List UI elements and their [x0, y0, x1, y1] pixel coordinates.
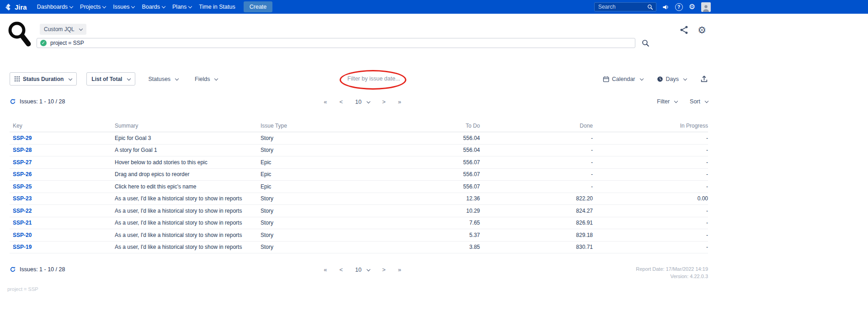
cell-in-progress: -: [593, 208, 708, 214]
nav-item-plans[interactable]: Plans: [169, 4, 195, 10]
user-avatar[interactable]: [701, 2, 711, 12]
top-nav: Jira Dashboards Projects Issues Boards P…: [0, 0, 868, 14]
column-header-to-do: To Do: [368, 123, 480, 129]
calendar-dropdown[interactable]: Calendar: [603, 76, 643, 82]
issue-key-link[interactable]: SSP-22: [13, 208, 115, 214]
nav-item-issues[interactable]: Issues: [109, 4, 138, 10]
calendar-label: Calendar: [612, 76, 635, 82]
create-button[interactable]: Create: [244, 1, 273, 12]
chevron-down-icon: [127, 76, 131, 80]
view-type-label: List of Total: [91, 76, 122, 82]
page-settings-gear-icon[interactable]: ⚙: [698, 27, 706, 34]
last-page-button[interactable]: »: [398, 98, 401, 105]
cell-done: -: [480, 171, 593, 177]
page-size-dropdown[interactable]: 10: [355, 267, 370, 273]
help-icon[interactable]: ?: [675, 3, 683, 11]
issues-count: Issues: 1 - 10 / 28: [20, 98, 65, 105]
report-type-dropdown[interactable]: Status Duration: [10, 72, 77, 86]
chevron-down-icon: [705, 99, 708, 103]
cell-to-do: 556.07: [368, 159, 480, 166]
first-page-button[interactable]: «: [324, 98, 327, 105]
cell-issue-type: Epic: [261, 183, 368, 190]
announcement-icon[interactable]: [662, 4, 669, 11]
chevron-down-icon: [175, 76, 179, 80]
table-row: SSP-29Epic for Goal 3Story556.04--: [10, 132, 708, 145]
jql-input[interactable]: ✓ project = SSP: [37, 38, 635, 48]
nav-item-dashboards[interactable]: Dashboards: [33, 4, 76, 10]
share-icon[interactable]: [680, 26, 688, 34]
chevron-down-icon: [162, 5, 165, 8]
refresh-icon[interactable]: [10, 98, 16, 105]
issue-key-link[interactable]: SSP-27: [13, 159, 115, 166]
cell-summary: Hover below to add stories to this epic: [115, 159, 261, 166]
table-row: SSP-20As a user, I'd like a historical s…: [10, 229, 708, 242]
search-icon: [647, 4, 653, 10]
cell-in-progress: -: [593, 135, 708, 141]
nav-item-time-in-status[interactable]: Time in Status: [195, 4, 239, 10]
cell-in-progress: -: [593, 147, 708, 153]
first-page-button[interactable]: «: [324, 266, 327, 273]
cell-in-progress: -: [593, 159, 708, 166]
issue-key-link[interactable]: SSP-20: [13, 232, 115, 238]
last-page-button[interactable]: »: [398, 266, 401, 273]
next-page-button[interactable]: >: [382, 98, 386, 105]
header-actions: ⚙: [680, 26, 706, 34]
report-meta: Report Date: 17/Mar/2022 14:19 Version: …: [636, 265, 708, 280]
page-size-dropdown[interactable]: 10: [355, 99, 370, 105]
issue-key-link[interactable]: SSP-23: [13, 195, 115, 202]
filter-dropdown[interactable]: Filter: [657, 98, 677, 105]
time-unit-label: Days: [666, 76, 679, 82]
prev-page-button[interactable]: <: [339, 98, 343, 105]
next-page-button[interactable]: >: [382, 266, 386, 273]
list-bar-bottom: Issues: 1 - 10 / 28 « < 10 > » Report Da…: [0, 266, 715, 280]
issue-key-link[interactable]: SSP-25: [13, 183, 115, 190]
cell-to-do: 556.04: [368, 147, 480, 153]
time-unit-dropdown[interactable]: Days: [657, 76, 687, 82]
issue-key-link[interactable]: SSP-28: [13, 147, 115, 153]
nav-item-boards[interactable]: Boards: [138, 4, 169, 10]
nav-item-label: Time in Status: [199, 4, 235, 10]
run-search-icon[interactable]: [642, 39, 650, 47]
table-row: SSP-25Click here to edit this epic's nam…: [10, 181, 708, 193]
statuses-label: Statuses: [148, 76, 170, 82]
statuses-dropdown[interactable]: Statuses: [148, 76, 178, 82]
refresh-icon[interactable]: [10, 266, 16, 273]
nav-search[interactable]: [594, 2, 656, 11]
issues-table-body: SSP-29Epic for Goal 3Story556.04--SSP-28…: [10, 132, 708, 253]
cell-issue-type: Story: [261, 147, 368, 153]
prev-page-button[interactable]: <: [339, 266, 343, 273]
issues-count-group-bottom: Issues: 1 - 10 / 28: [10, 266, 65, 273]
clock-icon: [657, 76, 663, 82]
cell-done: -: [480, 183, 593, 190]
cell-in-progress: -: [593, 244, 708, 250]
query-header: Custom JQL ✓ project = SSP ⚙: [0, 14, 715, 60]
jira-logo[interactable]: Jira: [5, 3, 27, 11]
report-version: Version: 4.22.0.3: [636, 273, 708, 280]
cell-in-progress: -: [593, 183, 708, 190]
view-type-dropdown[interactable]: List of Total: [86, 72, 135, 86]
issue-key-link[interactable]: SSP-21: [13, 220, 115, 226]
table-row: SSP-27Hover below to add stories to this…: [10, 156, 708, 169]
issue-key-link[interactable]: SSP-19: [13, 244, 115, 250]
table-row: SSP-19As a user, I'd like a historical s…: [10, 242, 708, 254]
gear-icon[interactable]: ⚙: [689, 3, 695, 11]
issue-date-filter-input[interactable]: Filter by issue date...: [347, 75, 400, 82]
cell-to-do: 5.37: [368, 232, 480, 238]
calendar-icon: [603, 76, 609, 82]
cell-done: 830.71: [480, 244, 593, 250]
filter-label: Filter: [657, 98, 670, 105]
jql-mode-dropdown[interactable]: Custom JQL: [40, 24, 86, 35]
page-size-value: 10: [355, 99, 362, 105]
table-row: SSP-26Drag and drop epics to reorderEpic…: [10, 169, 708, 181]
fields-dropdown[interactable]: Fields: [195, 76, 218, 82]
column-header-in-progress: In Progress: [593, 123, 708, 129]
cell-done: -: [480, 147, 593, 153]
issues-count: Issues: 1 - 10 / 28: [20, 266, 65, 273]
nav-item-projects[interactable]: Projects: [76, 4, 109, 10]
nav-search-input[interactable]: [597, 3, 647, 11]
issue-key-link[interactable]: SSP-26: [13, 171, 115, 177]
export-icon[interactable]: [700, 75, 708, 83]
time-in-status-logo-icon: [7, 20, 32, 48]
issue-key-link[interactable]: SSP-29: [13, 135, 115, 141]
sort-dropdown[interactable]: Sort: [690, 98, 708, 105]
